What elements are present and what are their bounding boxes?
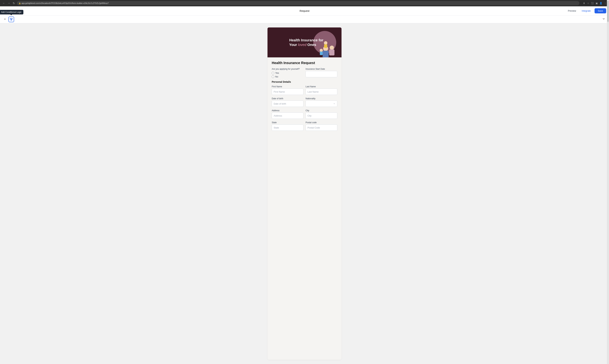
scrollbar-thumb[interactable] bbox=[607, 1, 609, 22]
browser-back-btn[interactable]: ← bbox=[2, 1, 6, 5]
form-group-insurance-start: Insurance Start Date bbox=[305, 68, 337, 78]
hero-title-cursive: loved bbox=[298, 43, 306, 47]
form-row-applying: Are you applying for yourself? Yes No In bbox=[272, 68, 337, 78]
svg-rect-12 bbox=[323, 51, 329, 57]
city-label: City bbox=[305, 109, 337, 112]
form-group-state: State bbox=[272, 121, 304, 131]
save-button[interactable]: Save bbox=[595, 8, 606, 13]
menu-icon[interactable]: ⋮ bbox=[603, 1, 607, 5]
state-input[interactable] bbox=[272, 124, 304, 131]
integrate-button[interactable]: Integrate bbox=[580, 8, 593, 13]
filter-button[interactable] bbox=[601, 17, 606, 22]
svg-rect-0 bbox=[10, 18, 11, 19]
browser-url-bar[interactable]: 🔒 app.gohighlevel.com/v2/location/b7PC03… bbox=[17, 1, 579, 5]
preview-button[interactable]: Preview bbox=[566, 8, 578, 13]
form-group-city: City bbox=[305, 109, 337, 119]
browser-reload-btn[interactable]: ↻ bbox=[12, 1, 15, 5]
add-element-button[interactable]: + bbox=[3, 17, 7, 22]
browser-action-buttons: ⬇ ☆ ⬛ ▣ 👤 ⋮ bbox=[582, 1, 607, 5]
form-group-first-name: First Name bbox=[272, 85, 304, 95]
lock-icon: 🔒 bbox=[19, 2, 21, 4]
conditional-logic-wrapper: Add Conditional Logic bbox=[8, 16, 14, 22]
svg-rect-1 bbox=[12, 18, 12, 19]
radio-no-input[interactable] bbox=[272, 76, 274, 78]
header-actions: Preview Integrate Save bbox=[566, 8, 606, 13]
dob-input[interactable] bbox=[272, 101, 304, 107]
city-input[interactable] bbox=[305, 113, 337, 119]
radio-no-text: No bbox=[275, 75, 278, 78]
scrollbar[interactable] bbox=[607, 0, 609, 364]
form-group-last-name: Last Name bbox=[305, 85, 337, 95]
conditional-logic-icon bbox=[10, 18, 13, 21]
last-name-input[interactable] bbox=[305, 89, 337, 95]
last-name-label: Last Name bbox=[305, 85, 337, 88]
conditional-logic-tooltip: Add Conditional Logic bbox=[0, 10, 23, 14]
form-row-dob-nationality: Date of birth Nationality United States … bbox=[272, 97, 337, 107]
state-label: State bbox=[272, 121, 304, 124]
radio-yes-input[interactable] bbox=[272, 72, 274, 74]
svg-rect-16 bbox=[324, 44, 327, 48]
hero-title-line2: Your loved Ones bbox=[289, 42, 323, 47]
url-text: app.gohighlevel.com/v2/location/b7PC03b2… bbox=[22, 2, 109, 4]
form-group-applying: Are you applying for yourself? Yes No bbox=[272, 68, 304, 78]
tab-icon[interactable]: ▣ bbox=[595, 1, 598, 5]
svg-point-17 bbox=[320, 49, 323, 52]
nationality-select[interactable]: United States United Kingdom Canada bbox=[305, 101, 337, 107]
sub-header: + Add Conditional Logic bbox=[0, 15, 609, 23]
form-group-nationality: Nationality United States United Kingdom… bbox=[305, 97, 337, 107]
postal-code-input[interactable] bbox=[305, 124, 337, 131]
svg-point-15 bbox=[324, 41, 327, 45]
svg-rect-14 bbox=[329, 50, 334, 55]
first-name-input[interactable] bbox=[272, 89, 304, 95]
sub-header-left: + Add Conditional Logic bbox=[3, 16, 14, 22]
address-label: Address bbox=[272, 109, 304, 112]
filter-icon bbox=[602, 18, 605, 21]
hero-title-line1: Health Insurance for bbox=[289, 38, 323, 42]
radio-no-label[interactable]: No bbox=[272, 75, 304, 78]
page-title: Request bbox=[300, 9, 309, 12]
hero-title-line3: Ones bbox=[307, 43, 316, 47]
svg-rect-18 bbox=[320, 52, 323, 55]
address-input[interactable] bbox=[272, 113, 304, 119]
form-body: Health Insurance Request Are you applyin… bbox=[267, 57, 342, 137]
browser-chrome: ← → ↻ 🔒 app.gohighlevel.com/v2/location/… bbox=[0, 0, 609, 6]
personal-details-title: Personal Details bbox=[272, 80, 337, 83]
extension-icon[interactable]: ⬛ bbox=[591, 1, 594, 5]
hero-banner: Health Insurance for Your loved Ones bbox=[267, 27, 342, 57]
conditional-logic-button[interactable] bbox=[8, 16, 14, 22]
form-row-state-postal: State Postal code bbox=[272, 121, 337, 131]
radio-yes-text: Yes bbox=[275, 72, 279, 74]
form-group-postal: Postal code bbox=[305, 121, 337, 131]
browser-forward-btn[interactable]: → bbox=[7, 1, 11, 5]
form-title: Health Insurance Request bbox=[272, 61, 337, 65]
insurance-start-label: Insurance Start Date bbox=[305, 68, 337, 70]
first-name-label: First Name bbox=[272, 85, 304, 88]
sub-header-right bbox=[601, 17, 606, 22]
postal-code-label: Postal code bbox=[305, 121, 337, 124]
applying-label: Are you applying for yourself? bbox=[272, 68, 304, 70]
form-card: Health Insurance for Your loved Ones bbox=[267, 27, 342, 360]
form-row-name: First Name Last Name bbox=[272, 85, 337, 95]
radio-yes-label[interactable]: Yes bbox=[272, 72, 304, 74]
main-content: Health Insurance for Your loved Ones bbox=[0, 23, 609, 364]
hero-text: Health Insurance for Your loved Ones bbox=[286, 38, 323, 47]
app-header: ← Ba... Request Preview Integrate Save bbox=[0, 6, 609, 15]
radio-group-applying: Yes No bbox=[272, 72, 304, 78]
nationality-label: Nationality bbox=[305, 97, 337, 100]
dob-label: Date of birth bbox=[272, 97, 304, 100]
form-group-dob: Date of birth bbox=[272, 97, 304, 107]
svg-rect-2 bbox=[11, 20, 12, 20]
download-icon[interactable]: ⬇ bbox=[582, 1, 586, 5]
star-icon[interactable]: ☆ bbox=[586, 1, 590, 5]
form-row-address-city: Address City bbox=[272, 109, 337, 119]
svg-point-13 bbox=[330, 46, 334, 50]
profile-icon[interactable]: 👤 bbox=[599, 1, 603, 5]
insurance-start-date-input[interactable] bbox=[305, 71, 337, 77]
form-group-address: Address bbox=[272, 109, 304, 119]
